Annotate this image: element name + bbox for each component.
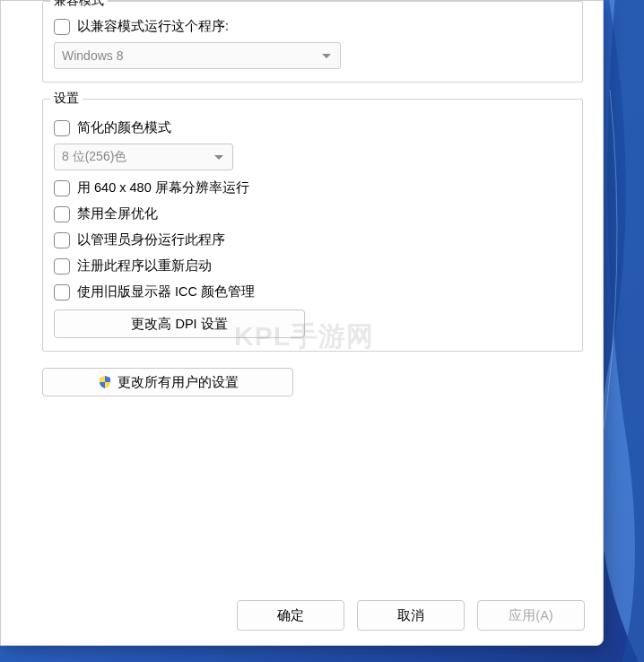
change-all-users-label: 更改所有用户的设置 — [117, 374, 239, 391]
apply-label: 应用(A) — [509, 607, 553, 624]
chevron-down-icon — [214, 155, 223, 160]
label-run-as-admin[interactable]: 以管理员身份运行此程序 — [77, 231, 225, 248]
label-run-compat-mode[interactable]: 以兼容模式运行这个程序: — [77, 18, 229, 35]
legend-compatibility: 兼容模式 — [50, 0, 108, 9]
label-disable-fullscreen-opt[interactable]: 禁用全屏优化 — [77, 205, 158, 222]
label-register-restart[interactable]: 注册此程序以重新启动 — [77, 257, 212, 274]
label-reduced-color[interactable]: 简化的颜色模式 — [77, 119, 171, 136]
select-color-depth[interactable]: 8 位(256)色 — [54, 144, 233, 170]
chevron-down-icon — [322, 54, 331, 58]
compatibility-properties-dialog: 兼容模式 以兼容模式运行这个程序: Windows 8 设置 简化的颜色模式 8… — [0, 0, 604, 646]
select-compat-os[interactable]: Windows 8 — [54, 42, 341, 69]
row-reduced-color: 简化的颜色模式 — [54, 119, 571, 136]
ok-label: 确定 — [277, 607, 304, 624]
change-dpi-label: 更改高 DPI 设置 — [131, 316, 227, 333]
fieldset-compatibility-mode: 兼容模式 以兼容模式运行这个程序: Windows 8 — [42, 1, 583, 83]
checkbox-register-restart[interactable] — [54, 258, 70, 274]
change-all-users-button[interactable]: 更改所有用户的设置 — [42, 368, 293, 396]
select-compat-os-value: Windows 8 — [62, 48, 123, 63]
dialog-button-row: 确定 取消 应用(A) — [237, 600, 585, 631]
label-640x480[interactable]: 用 640 x 480 屏幕分辨率运行 — [77, 179, 249, 196]
row-register-restart: 注册此程序以重新启动 — [54, 257, 571, 274]
ok-button[interactable]: 确定 — [237, 600, 344, 631]
label-legacy-icc[interactable]: 使用旧版显示器 ICC 颜色管理 — [77, 283, 255, 301]
row-run-as-admin: 以管理员身份运行此程序 — [54, 231, 571, 248]
checkbox-run-as-admin[interactable] — [54, 232, 70, 248]
checkbox-disable-fullscreen-opt[interactable] — [54, 206, 70, 222]
checkbox-legacy-icc[interactable] — [54, 284, 70, 301]
fieldset-settings: 设置 简化的颜色模式 8 位(256)色 用 640 x 480 屏幕分辨率运行… — [42, 99, 583, 352]
change-dpi-button[interactable]: 更改高 DPI 设置 — [54, 309, 305, 338]
dialog-content: 兼容模式 以兼容模式运行这个程序: Windows 8 设置 简化的颜色模式 8… — [1, 1, 603, 582]
row-run-compat-mode: 以兼容模式运行这个程序: — [54, 18, 571, 35]
checkbox-reduced-color[interactable] — [54, 120, 70, 136]
checkbox-run-compat-mode[interactable] — [54, 19, 70, 35]
shield-icon — [98, 375, 112, 389]
row-640x480: 用 640 x 480 屏幕分辨率运行 — [54, 179, 571, 196]
select-color-depth-value: 8 位(256)色 — [62, 149, 126, 165]
legend-settings: 设置 — [50, 91, 83, 107]
cancel-label: 取消 — [397, 607, 424, 624]
cancel-button[interactable]: 取消 — [357, 600, 465, 631]
row-disable-fullscreen-opt: 禁用全屏优化 — [54, 205, 571, 222]
row-legacy-icc: 使用旧版显示器 ICC 颜色管理 — [54, 283, 571, 301]
checkbox-640x480[interactable] — [54, 180, 70, 196]
apply-button[interactable]: 应用(A) — [477, 600, 585, 631]
